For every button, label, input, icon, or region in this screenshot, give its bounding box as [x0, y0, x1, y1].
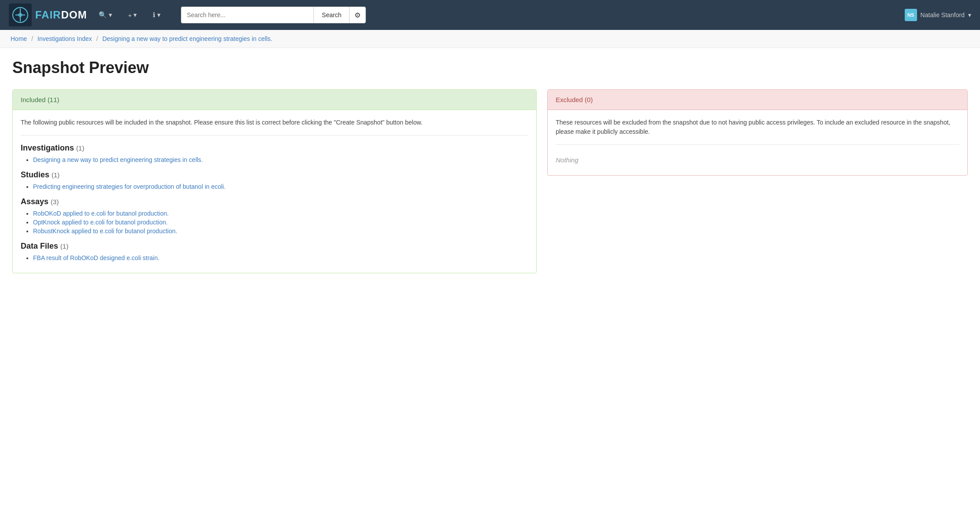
studies-section: Studies (1) Predicting engineering strat… [21, 170, 528, 190]
add-dropdown-arrow: ▾ [133, 11, 137, 19]
datafiles-heading: Data Files (1) [21, 242, 528, 251]
breadcrumb-sep-2: / [96, 35, 98, 42]
assay-link-3[interactable]: RobustKnock applied to e.coli for butano… [33, 228, 177, 235]
excluded-panel: Excluded (0) These resources will be exc… [547, 89, 968, 176]
search-button[interactable]: Search [313, 7, 349, 23]
search-dropdown-arrow: ▾ [109, 11, 112, 19]
page-title: Snapshot Preview [12, 59, 968, 77]
list-item: FBA result of RobOKoD designed e.coli st… [33, 254, 528, 261]
list-item: RobOKoD applied to e.coli for butanol pr… [33, 210, 528, 217]
investigations-section: Investigations (1) Designing a new way t… [21, 143, 528, 163]
avatar: NS [905, 9, 917, 21]
main-content: Snapshot Preview Included (11) The follo… [0, 48, 980, 284]
excluded-description: These resources will be excluded from th… [556, 118, 959, 145]
user-name: Natalie Stanford [921, 11, 965, 18]
excluded-panel-body: These resources will be excluded from th… [548, 110, 967, 175]
info-icon: ℹ [153, 11, 155, 19]
search-area: Search ⚙ [181, 7, 366, 23]
gear-button[interactable]: ⚙ [349, 7, 366, 23]
user-dropdown-arrow: ▾ [968, 11, 971, 18]
excluded-empty-label: Nothing [556, 153, 959, 167]
user-menu[interactable]: NS Natalie Stanford ▾ [905, 9, 971, 21]
search-nav-icon: 🔍 [99, 11, 107, 19]
datafiles-section: Data Files (1) FBA result of RobOKoD des… [21, 242, 528, 261]
investigations-heading: Investigations (1) [21, 143, 528, 153]
included-description: The following public resources will be i… [21, 118, 528, 136]
assays-list: RobOKoD applied to e.coli for butanol pr… [21, 210, 528, 235]
breadcrumb-sep-1: / [31, 35, 33, 42]
list-item: RobustKnock applied to e.coli for butano… [33, 228, 528, 235]
breadcrumb-home[interactable]: Home [11, 35, 27, 42]
search-dropdown-btn[interactable]: 🔍 ▾ [94, 8, 117, 22]
plus-icon: + [128, 11, 132, 19]
included-panel-body: The following public resources will be i… [13, 110, 536, 273]
list-item: Designing a new way to predict engineeri… [33, 156, 528, 163]
assays-section: Assays (3) RobOKoD applied to e.coli for… [21, 197, 528, 235]
two-column-layout: Included (11) The following public resou… [12, 89, 968, 273]
studies-heading: Studies (1) [21, 170, 528, 180]
included-panel: Included (11) The following public resou… [12, 89, 537, 273]
add-dropdown-btn[interactable]: + ▾ [124, 8, 142, 22]
excluded-panel-header: Excluded (0) [548, 90, 967, 110]
assays-heading: Assays (3) [21, 197, 528, 206]
studies-list: Predicting engineering strategies for ov… [21, 183, 528, 190]
investigation-link-1[interactable]: Designing a new way to predict engineeri… [33, 156, 203, 163]
brand-name: FAIRDOM [35, 9, 87, 21]
assay-link-2[interactable]: OptKnock applied to e.coli for butanol p… [33, 219, 168, 226]
breadcrumb-investigations-index[interactable]: Investigations Index [37, 35, 92, 42]
breadcrumb: Home / Investigations Index / Designing … [0, 30, 980, 48]
investigations-list: Designing a new way to predict engineeri… [21, 156, 528, 163]
included-panel-header: Included (11) [13, 90, 536, 110]
svg-point-3 [18, 13, 22, 17]
datafiles-list: FBA result of RobOKoD designed e.coli st… [21, 254, 528, 261]
study-link-1[interactable]: Predicting engineering strategies for ov… [33, 183, 225, 190]
info-dropdown-btn[interactable]: ℹ ▾ [148, 8, 165, 22]
logo-icon [9, 4, 32, 26]
datafile-link-1[interactable]: FBA result of RobOKoD designed e.coli st… [33, 254, 159, 261]
list-item: OptKnock applied to e.coli for butanol p… [33, 219, 528, 226]
assay-link-1[interactable]: RobOKoD applied to e.coli for butanol pr… [33, 210, 169, 217]
brand-logo[interactable]: FAIRDOM [9, 4, 87, 26]
gear-icon: ⚙ [354, 11, 361, 19]
breadcrumb-current: Designing a new way to predict engineeri… [102, 35, 272, 42]
search-input[interactable] [181, 7, 313, 23]
info-dropdown-arrow: ▾ [157, 11, 161, 19]
navbar: FAIRDOM 🔍 ▾ + ▾ ℹ ▾ Search ⚙ NS Natalie … [0, 0, 980, 30]
list-item: Predicting engineering strategies for ov… [33, 183, 528, 190]
